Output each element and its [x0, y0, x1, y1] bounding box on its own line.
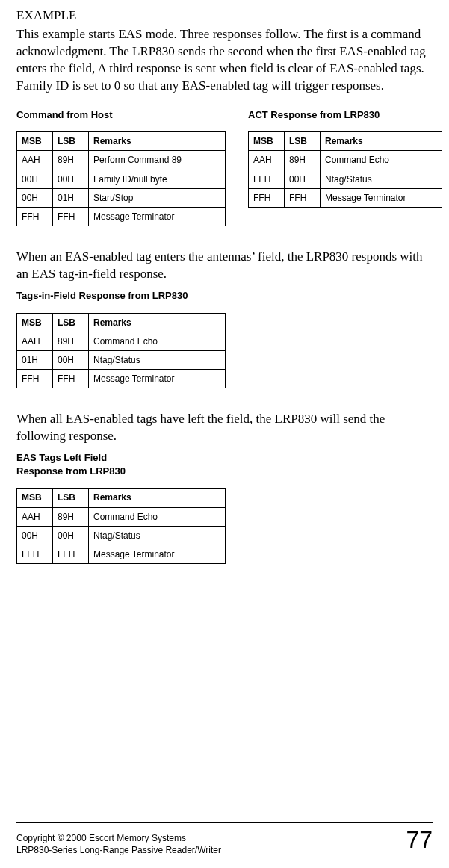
col-header-remarks: Remarks [89, 132, 226, 151]
cell-remarks: Ntag/Status [89, 350, 226, 369]
cell-lsb: 89H [53, 332, 89, 350]
table-row: FFH FFH Message Terminator [17, 545, 226, 563]
cell-msb: 00H [17, 170, 53, 188]
cell-remarks: Message Terminator [89, 545, 226, 563]
col-header-remarks: Remarks [89, 489, 226, 507]
cell-remarks: Ntag/Status [89, 526, 226, 545]
cell-msb: FFH [17, 370, 53, 388]
cell-lsb: FFH [53, 207, 89, 226]
page-number: 77 [406, 824, 433, 856]
cell-lsb: 00H [53, 170, 89, 188]
tables-row-1: Command from Host MSB LSB Remarks AAH 89… [16, 108, 433, 226]
table1-title: Command from Host [16, 108, 226, 122]
table-row: FFH FFH Message Terminator [17, 207, 226, 226]
col-header-lsb: LSB [285, 132, 321, 151]
cell-msb: AAH [249, 151, 285, 170]
table2: MSB LSB Remarks AAH 89H Command Echo FFH… [248, 131, 442, 208]
cell-remarks: Message Terminator [89, 370, 226, 388]
footer-text: Copyright © 2000 Escort Memory Systems L… [16, 832, 221, 856]
table-row: FFH FFH Message Terminator [17, 370, 226, 388]
cell-msb: AAH [17, 507, 53, 526]
cell-msb: FFH [249, 170, 285, 188]
table-header-row: MSB LSB Remarks [249, 132, 442, 151]
table-header-row: MSB LSB Remarks [17, 313, 226, 332]
cell-remarks: Command Echo [89, 332, 226, 350]
col-header-lsb: LSB [53, 489, 89, 507]
cell-remarks: Message Terminator [89, 207, 226, 226]
cell-lsb: 89H [53, 151, 89, 170]
col-header-msb: MSB [249, 132, 285, 151]
eas-tags-left-block: EAS Tags Left Field Response from LRP830… [16, 451, 226, 564]
product-line: LRP830-Series Long-Range Passive Reader/… [16, 844, 221, 856]
tags-in-field-block: Tags-in-Field Response from LRP830 MSB L… [16, 289, 226, 388]
cell-msb: AAH [17, 332, 53, 350]
table3: MSB LSB Remarks AAH 89H Command Echo 01H… [16, 313, 226, 389]
table-row: AAH 89H Command Echo [17, 507, 226, 526]
col-header-msb: MSB [17, 313, 53, 332]
cell-msb: FFH [249, 188, 285, 207]
col-header-lsb: LSB [53, 313, 89, 332]
table-row: FFH FFH Message Terminator [249, 188, 442, 207]
command-from-host-block: Command from Host MSB LSB Remarks AAH 89… [16, 108, 226, 226]
table-row: AAH 89H Command Echo [249, 151, 442, 170]
cell-msb: AAH [17, 151, 53, 170]
cell-msb: 00H [17, 526, 53, 545]
paragraph-2: When an EAS-enabled tag enters the anten… [16, 249, 433, 283]
table4-title-line1: EAS Tags Left Field [16, 451, 226, 465]
cell-remarks: Family ID/null byte [89, 170, 226, 188]
table-row: 00H 01H Start/Stop [17, 188, 226, 207]
table-row: 01H 00H Ntag/Status [17, 350, 226, 369]
cell-remarks: Ntag/Status [321, 170, 442, 188]
table-header-row: MSB LSB Remarks [17, 132, 226, 151]
cell-remarks: Command Echo [89, 507, 226, 526]
table2-title: ACT Response from LRP830 [248, 108, 442, 122]
table-row: AAH 89H Perform Command 89 [17, 151, 226, 170]
cell-lsb: 89H [53, 507, 89, 526]
cell-remarks: Command Echo [321, 151, 442, 170]
cell-lsb: 89H [285, 151, 321, 170]
cell-lsb: FFH [53, 370, 89, 388]
intro-paragraph: This example starts EAS mode. Three resp… [16, 26, 433, 95]
table-header-row: MSB LSB Remarks [17, 489, 226, 507]
col-header-remarks: Remarks [89, 313, 226, 332]
cell-msb: 00H [17, 188, 53, 207]
table4: MSB LSB Remarks AAH 89H Command Echo 00H… [16, 488, 226, 564]
cell-lsb: FFH [285, 188, 321, 207]
col-header-lsb: LSB [53, 132, 89, 151]
copyright-line: Copyright © 2000 Escort Memory Systems [16, 832, 221, 844]
table1: MSB LSB Remarks AAH 89H Perform Command … [16, 131, 226, 226]
cell-lsb: 00H [53, 526, 89, 545]
act-response-block: ACT Response from LRP830 MSB LSB Remarks… [248, 108, 442, 226]
cell-remarks: Message Terminator [321, 188, 442, 207]
cell-remarks: Perform Command 89 [89, 151, 226, 170]
col-header-msb: MSB [17, 489, 53, 507]
cell-lsb: 00H [53, 350, 89, 369]
cell-msb: FFH [17, 545, 53, 563]
paragraph-3: When all EAS-enabled tags have left the … [16, 411, 433, 445]
cell-remarks: Start/Stop [89, 188, 226, 207]
cell-lsb: 01H [53, 188, 89, 207]
table3-title: Tags-in-Field Response from LRP830 [16, 289, 226, 303]
table-row: 00H 00H Ntag/Status [17, 526, 226, 545]
cell-msb: 01H [17, 350, 53, 369]
table-row: 00H 00H Family ID/null byte [17, 170, 226, 188]
table-row: FFH 00H Ntag/Status [249, 170, 442, 188]
col-header-remarks: Remarks [321, 132, 442, 151]
cell-msb: FFH [17, 207, 53, 226]
cell-lsb: FFH [53, 545, 89, 563]
table-row: AAH 89H Command Echo [17, 332, 226, 350]
table4-title-line2: Response from LRP830 [16, 465, 226, 478]
page-footer: Copyright © 2000 Escort Memory Systems L… [16, 824, 433, 856]
cell-lsb: 00H [285, 170, 321, 188]
col-header-msb: MSB [17, 132, 53, 151]
example-heading: EXAMPLE [16, 7, 433, 25]
